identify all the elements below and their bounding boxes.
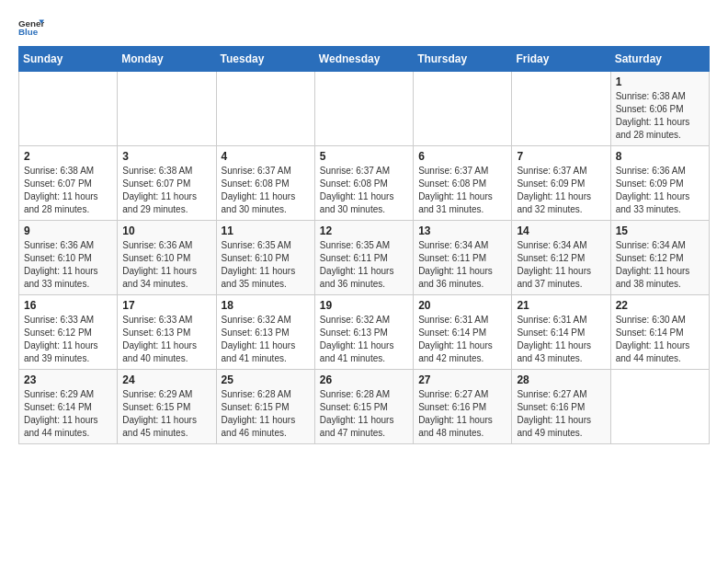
day-number: 7 (517, 150, 605, 163)
calendar-cell: 14Sunrise: 6:34 AM Sunset: 6:12 PM Dayli… (512, 221, 610, 295)
day-info: Sunrise: 6:34 AM Sunset: 6:12 PM Dayligh… (616, 239, 704, 291)
calendar-table: SundayMondayTuesdayWednesdayThursdayFrid… (18, 46, 710, 444)
day-info: Sunrise: 6:28 AM Sunset: 6:15 PM Dayligh… (320, 388, 408, 440)
calendar-week-5: 23Sunrise: 6:29 AM Sunset: 6:14 PM Dayli… (19, 370, 710, 444)
calendar-dow-friday: Friday (512, 47, 610, 72)
day-number: 24 (122, 373, 210, 386)
calendar-dow-tuesday: Tuesday (216, 47, 314, 72)
day-info: Sunrise: 6:37 AM Sunset: 6:08 PM Dayligh… (320, 165, 408, 216)
calendar-dow-monday: Monday (118, 47, 216, 72)
day-number: 12 (320, 224, 408, 237)
day-number: 26 (320, 373, 408, 386)
svg-text:Blue: Blue (18, 27, 39, 37)
calendar-cell: 9Sunrise: 6:36 AM Sunset: 6:10 PM Daylig… (19, 221, 118, 295)
calendar-cell: 12Sunrise: 6:35 AM Sunset: 6:11 PM Dayli… (314, 221, 413, 295)
calendar-cell: 26Sunrise: 6:28 AM Sunset: 6:15 PM Dayli… (314, 370, 413, 444)
day-number: 21 (517, 299, 605, 312)
day-number: 2 (24, 150, 112, 163)
day-number: 22 (616, 299, 704, 312)
calendar-cell: 7Sunrise: 6:37 AM Sunset: 6:09 PM Daylig… (512, 146, 610, 221)
day-info: Sunrise: 6:38 AM Sunset: 6:07 PM Dayligh… (122, 165, 210, 216)
calendar-cell: 2Sunrise: 6:38 AM Sunset: 6:07 PM Daylig… (19, 146, 118, 221)
calendar-cell: 13Sunrise: 6:34 AM Sunset: 6:11 PM Dayli… (414, 221, 512, 295)
day-number: 14 (517, 224, 605, 237)
calendar-week-3: 9Sunrise: 6:36 AM Sunset: 6:10 PM Daylig… (19, 221, 710, 295)
day-number: 11 (222, 224, 310, 237)
day-info: Sunrise: 6:29 AM Sunset: 6:15 PM Dayligh… (122, 388, 210, 440)
calendar-cell (314, 72, 413, 146)
calendar-week-1: 1Sunrise: 6:38 AM Sunset: 6:06 PM Daylig… (19, 72, 710, 146)
calendar-cell (118, 72, 216, 146)
calendar-cell: 10Sunrise: 6:36 AM Sunset: 6:10 PM Dayli… (118, 221, 216, 295)
calendar-cell: 4Sunrise: 6:37 AM Sunset: 6:08 PM Daylig… (216, 146, 314, 221)
day-info: Sunrise: 6:35 AM Sunset: 6:10 PM Dayligh… (222, 239, 310, 291)
calendar-cell: 3Sunrise: 6:38 AM Sunset: 6:07 PM Daylig… (118, 146, 216, 221)
day-number: 4 (222, 150, 310, 163)
day-info: Sunrise: 6:36 AM Sunset: 6:09 PM Dayligh… (616, 165, 704, 216)
calendar-cell: 8Sunrise: 6:36 AM Sunset: 6:09 PM Daylig… (610, 146, 709, 221)
day-number: 19 (320, 299, 408, 312)
calendar-cell: 27Sunrise: 6:27 AM Sunset: 6:16 PM Dayli… (414, 370, 512, 444)
day-number: 9 (24, 224, 112, 237)
day-info: Sunrise: 6:34 AM Sunset: 6:12 PM Dayligh… (517, 239, 605, 291)
day-info: Sunrise: 6:31 AM Sunset: 6:14 PM Dayligh… (418, 314, 506, 365)
day-info: Sunrise: 6:32 AM Sunset: 6:13 PM Dayligh… (222, 314, 310, 365)
calendar-cell: 6Sunrise: 6:37 AM Sunset: 6:08 PM Daylig… (414, 146, 512, 221)
day-info: Sunrise: 6:38 AM Sunset: 6:06 PM Dayligh… (616, 90, 704, 142)
day-number: 6 (418, 150, 506, 163)
day-info: Sunrise: 6:33 AM Sunset: 6:12 PM Dayligh… (24, 314, 112, 365)
page: General Blue SundayMondayTuesdayWednesda… (0, 0, 728, 459)
calendar-dow-sunday: Sunday (19, 47, 118, 72)
day-info: Sunrise: 6:36 AM Sunset: 6:10 PM Dayligh… (122, 239, 210, 291)
calendar-cell: 28Sunrise: 6:27 AM Sunset: 6:16 PM Dayli… (512, 370, 610, 444)
calendar-cell: 23Sunrise: 6:29 AM Sunset: 6:14 PM Dayli… (19, 370, 118, 444)
calendar-cell: 5Sunrise: 6:37 AM Sunset: 6:08 PM Daylig… (314, 146, 413, 221)
day-number: 16 (24, 299, 112, 312)
calendar-header-row: SundayMondayTuesdayWednesdayThursdayFrid… (19, 47, 710, 72)
day-number: 8 (616, 150, 704, 163)
calendar-cell (610, 370, 709, 444)
day-info: Sunrise: 6:36 AM Sunset: 6:10 PM Dayligh… (24, 239, 112, 291)
calendar-cell: 20Sunrise: 6:31 AM Sunset: 6:14 PM Dayli… (414, 295, 512, 370)
day-info: Sunrise: 6:33 AM Sunset: 6:13 PM Dayligh… (122, 314, 210, 365)
calendar-cell (512, 72, 610, 146)
day-info: Sunrise: 6:37 AM Sunset: 6:08 PM Dayligh… (222, 165, 310, 216)
calendar-dow-wednesday: Wednesday (314, 47, 413, 72)
logo: General Blue (18, 15, 44, 40)
day-info: Sunrise: 6:38 AM Sunset: 6:07 PM Dayligh… (24, 165, 112, 216)
calendar-cell: 15Sunrise: 6:34 AM Sunset: 6:12 PM Dayli… (610, 221, 709, 295)
day-info: Sunrise: 6:37 AM Sunset: 6:08 PM Dayligh… (418, 165, 506, 216)
day-number: 5 (320, 150, 408, 163)
calendar-cell: 22Sunrise: 6:30 AM Sunset: 6:14 PM Dayli… (610, 295, 709, 370)
day-info: Sunrise: 6:28 AM Sunset: 6:15 PM Dayligh… (222, 388, 310, 440)
day-info: Sunrise: 6:29 AM Sunset: 6:14 PM Dayligh… (24, 388, 112, 440)
day-info: Sunrise: 6:27 AM Sunset: 6:16 PM Dayligh… (517, 388, 605, 440)
calendar-cell: 18Sunrise: 6:32 AM Sunset: 6:13 PM Dayli… (216, 295, 314, 370)
day-number: 27 (418, 373, 506, 386)
day-info: Sunrise: 6:32 AM Sunset: 6:13 PM Dayligh… (320, 314, 408, 365)
day-number: 25 (222, 373, 310, 386)
day-info: Sunrise: 6:30 AM Sunset: 6:14 PM Dayligh… (616, 314, 704, 365)
calendar-cell: 19Sunrise: 6:32 AM Sunset: 6:13 PM Dayli… (314, 295, 413, 370)
day-info: Sunrise: 6:31 AM Sunset: 6:14 PM Dayligh… (517, 314, 605, 365)
day-number: 18 (222, 299, 310, 312)
day-number: 1 (616, 75, 704, 88)
calendar-week-4: 16Sunrise: 6:33 AM Sunset: 6:12 PM Dayli… (19, 295, 710, 370)
day-info: Sunrise: 6:35 AM Sunset: 6:11 PM Dayligh… (320, 239, 408, 291)
day-info: Sunrise: 6:37 AM Sunset: 6:09 PM Dayligh… (517, 165, 605, 216)
header: General Blue (18, 15, 710, 40)
day-number: 17 (122, 299, 210, 312)
day-number: 3 (122, 150, 210, 163)
logo-icon: General Blue (18, 15, 44, 40)
calendar-cell: 11Sunrise: 6:35 AM Sunset: 6:10 PM Dayli… (216, 221, 314, 295)
calendar-dow-thursday: Thursday (414, 47, 512, 72)
calendar-cell: 25Sunrise: 6:28 AM Sunset: 6:15 PM Dayli… (216, 370, 314, 444)
day-info: Sunrise: 6:27 AM Sunset: 6:16 PM Dayligh… (418, 388, 506, 440)
calendar-cell: 17Sunrise: 6:33 AM Sunset: 6:13 PM Dayli… (118, 295, 216, 370)
calendar-week-2: 2Sunrise: 6:38 AM Sunset: 6:07 PM Daylig… (19, 146, 710, 221)
day-number: 10 (122, 224, 210, 237)
calendar-dow-saturday: Saturday (610, 47, 709, 72)
day-number: 23 (24, 373, 112, 386)
calendar-cell: 1Sunrise: 6:38 AM Sunset: 6:06 PM Daylig… (610, 72, 709, 146)
calendar-cell: 21Sunrise: 6:31 AM Sunset: 6:14 PM Dayli… (512, 295, 610, 370)
